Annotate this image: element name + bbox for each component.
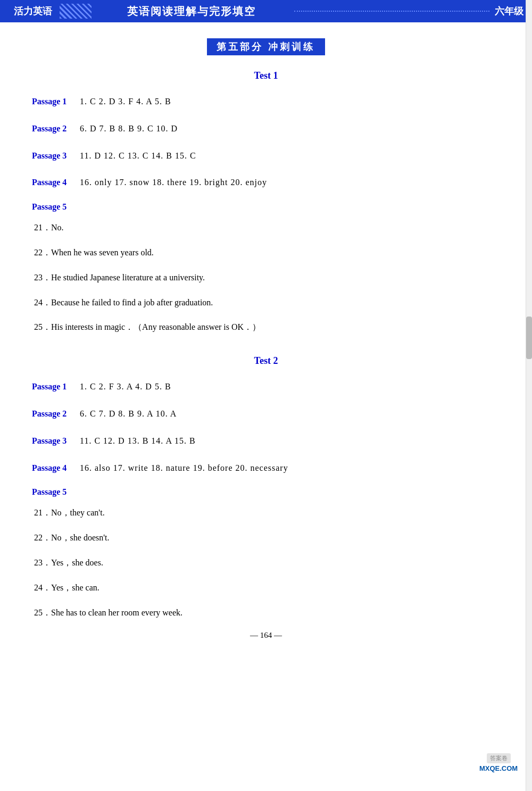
test2-title: Test 2 xyxy=(32,355,500,367)
test2-passage2-row: Passage 2 6. C 7. D 8. B 9. A 10. A xyxy=(32,406,500,422)
test1-passage3-answers: 11. D 12. C 13. C 14. B 15. C xyxy=(80,148,196,164)
test2-passage3-row: Passage 3 11. C 12. D 13. B 14. A 15. B xyxy=(32,434,500,449)
test2-passage2-answers: 6. C 7. D 8. B 9. A 10. A xyxy=(80,406,177,422)
section-title: 第五部分 冲刺训练 xyxy=(207,38,325,55)
section-divider xyxy=(32,345,500,355)
test1-passage1-answers: 1. C 2. D 3. F 4. A 5. B xyxy=(80,94,171,110)
test2-passage4-row: Passage 4 16. also 17. write 18. nature … xyxy=(32,461,500,476)
watermark-bottom-text: MXQE.COM xyxy=(479,764,518,772)
watermark: 答案卷 MXQE.COM xyxy=(475,744,522,781)
test2-passage5-label: Passage 5 xyxy=(32,487,500,497)
test2-passage2-label: Passage 2 xyxy=(32,406,80,422)
test2-qa2: 22．No，she doesn't. xyxy=(32,530,500,546)
brand-label: 活力英语 xyxy=(9,3,57,20)
test2-passage4-label: Passage 4 xyxy=(32,461,80,476)
test2-qa1: 21．No，they can't. xyxy=(32,505,500,521)
test1-qa4: 24．Because he failed to find a job after… xyxy=(32,295,500,311)
test2-passage1-row: Passage 1 1. C 2. F 3. A 4. D 5. B xyxy=(32,379,500,395)
test1-passage4-answers: 16. only 17. snow 18. there 19. bright 2… xyxy=(80,175,267,190)
test2-passage1-answers: 1. C 2. F 3. A 4. D 5. B xyxy=(80,379,171,395)
main-content: Test 1 Passage 1 1. C 2. D 3. F 4. A 5. … xyxy=(0,70,532,640)
page-number: — 164 — xyxy=(32,631,500,640)
test2-block: Test 2 Passage 1 1. C 2. F 3. A 4. D 5. … xyxy=(32,355,500,620)
test2-qa3: 23．Yes，she does. xyxy=(32,555,500,571)
test1-qa5: 25．His interests in magic．（Any reasonabl… xyxy=(32,320,500,335)
test1-passage2-row: Passage 2 6. D 7. B 8. B 9. C 10. D xyxy=(32,121,500,137)
test1-title: Test 1 xyxy=(32,70,500,81)
header-dots xyxy=(294,11,489,12)
test1-passage4-label: Passage 4 xyxy=(32,175,80,190)
test2-passage1-label: Passage 1 xyxy=(32,379,80,395)
header-bar: 活力英语 英语阅读理解与完形填空 六年级 xyxy=(0,0,532,22)
test2-qa4: 24．Yes，she can. xyxy=(32,580,500,596)
test1-passage1-label: Passage 1 xyxy=(32,94,80,110)
watermark-top-text: 答案卷 xyxy=(487,753,511,763)
grade-label: 六年级 xyxy=(495,5,523,18)
scrollbar[interactable] xyxy=(526,0,532,791)
test1-block: Test 1 Passage 1 1. C 2. D 3. F 4. A 5. … xyxy=(32,70,500,335)
test1-qa1: 21．No. xyxy=(32,220,500,236)
test2-passage3-label: Passage 3 xyxy=(32,434,80,449)
test1-qa3: 23．He studied Japanese literature at a u… xyxy=(32,270,500,286)
test1-passage1-row: Passage 1 1. C 2. D 3. F 4. A 5. B xyxy=(32,94,500,110)
section-title-wrapper: 第五部分 冲刺训练 xyxy=(0,38,532,55)
test1-qa2: 22．When he was seven years old. xyxy=(32,245,500,261)
header-title: 英语阅读理解与完形填空 xyxy=(94,4,289,19)
test1-passage4-row: Passage 4 16. only 17. snow 18. there 19… xyxy=(32,175,500,190)
page-wrapper: 活力英语 英语阅读理解与完形填空 六年级 第五部分 冲刺训练 Test 1 Pa… xyxy=(0,0,532,791)
test1-passage2-label: Passage 2 xyxy=(32,121,80,137)
scrollbar-thumb[interactable] xyxy=(526,317,532,359)
test2-passage3-answers: 11. C 12. D 13. B 14. A 15. B xyxy=(80,434,196,449)
test1-passage2-answers: 6. D 7. B 8. B 9. C 10. D xyxy=(80,121,178,137)
test2-qa5: 25．She has to clean her room every week. xyxy=(32,605,500,621)
test1-passage3-row: Passage 3 11. D 12. C 13. C 14. B 15. C xyxy=(32,148,500,164)
header-divider-pattern xyxy=(60,4,92,19)
test1-passage3-label: Passage 3 xyxy=(32,148,80,164)
test2-passage4-answers: 16. also 17. write 18. nature 19. before… xyxy=(80,461,288,476)
test1-passage5-label: Passage 5 xyxy=(32,202,500,212)
